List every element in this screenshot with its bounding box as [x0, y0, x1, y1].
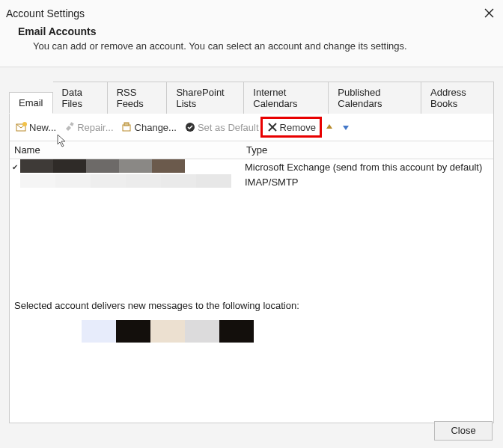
delivery-location-label: Selected account delivers new messages t… — [14, 300, 489, 311]
change-icon — [121, 121, 133, 133]
account-row[interactable]: ✔ Microsoft Exchange (send from this acc… — [10, 159, 493, 174]
check-circle-icon — [184, 121, 196, 133]
new-account-button[interactable]: New... — [13, 120, 59, 135]
default-check-icon: ✔ — [10, 163, 20, 171]
dialog-close-button[interactable] — [482, 6, 496, 19]
tab-published-calendars[interactable]: Published Calendars — [329, 82, 421, 114]
svg-rect-6 — [124, 123, 129, 126]
account-settings-dialog: Account Settings Email Accounts You can … — [0, 0, 503, 448]
tab-data-files[interactable]: Data Files — [53, 82, 108, 114]
column-header-type[interactable]: Type — [242, 141, 493, 159]
close-icon — [484, 8, 494, 18]
set-default-label: Set as Default — [198, 122, 259, 133]
new-mail-icon — [16, 121, 28, 133]
tab-sharepoint-lists[interactable]: SharePoint Lists — [167, 82, 244, 114]
remove-label: Remove — [280, 122, 316, 133]
account-type: IMAP/SMTP — [242, 177, 493, 188]
header-description: You can add or remove an account. You ca… — [18, 40, 497, 52]
close-button[interactable]: Close — [434, 421, 493, 441]
accounts-list-header: Name Type — [10, 141, 493, 159]
remove-account-button[interactable]: Remove — [263, 120, 319, 135]
account-name-redacted — [20, 159, 242, 174]
remove-icon — [266, 121, 278, 133]
header-block: Email Accounts You can add or remove an … — [0, 19, 503, 67]
set-default-button[interactable]: Set as Default — [181, 120, 262, 135]
account-type: Microsoft Exchange (send from this accou… — [242, 162, 493, 173]
accounts-list: ✔ Microsoft Exchange (send from this acc… — [10, 159, 493, 286]
repair-account-button[interactable]: Repair... — [61, 120, 116, 135]
new-label: New... — [29, 122, 56, 133]
email-tab-panel: New... Repair... Change... — [9, 114, 494, 423]
move-down-button[interactable] — [340, 121, 352, 133]
repair-label: Repair... — [77, 122, 113, 133]
svg-marker-10 — [326, 124, 332, 129]
delivery-location-section: Selected account delivers new messages t… — [10, 286, 493, 343]
tab-rss-feeds[interactable]: RSS Feeds — [108, 82, 168, 114]
titlebar: Account Settings — [0, 0, 503, 19]
dialog-title: Account Settings — [6, 6, 85, 19]
arrow-up-icon — [325, 123, 334, 132]
column-header-name[interactable]: Name — [10, 141, 242, 159]
account-name-redacted — [20, 174, 242, 189]
tab-internet-calendars[interactable]: Internet Calendars — [244, 82, 329, 114]
tab-strip: Email Data Files RSS Feeds SharePoint Li… — [9, 81, 494, 114]
arrow-down-icon — [341, 123, 350, 132]
dialog-body: Email Data Files RSS Feeds SharePoint Li… — [0, 67, 503, 423]
change-account-button[interactable]: Change... — [118, 120, 180, 135]
svg-marker-11 — [343, 126, 349, 130]
tab-email[interactable]: Email — [9, 92, 53, 114]
accounts-toolbar: New... Repair... Change... — [10, 114, 493, 141]
repair-icon — [64, 121, 76, 133]
svg-rect-4 — [70, 122, 73, 126]
change-label: Change... — [135, 122, 177, 133]
tab-address-books[interactable]: Address Books — [421, 82, 494, 114]
dialog-footer: Close — [434, 421, 493, 441]
move-up-button[interactable] — [323, 121, 335, 133]
header-title: Email Accounts — [18, 25, 497, 37]
delivery-location-value-redacted — [82, 320, 489, 343]
account-row[interactable]: IMAP/SMTP — [10, 174, 493, 189]
svg-point-3 — [22, 122, 27, 126]
